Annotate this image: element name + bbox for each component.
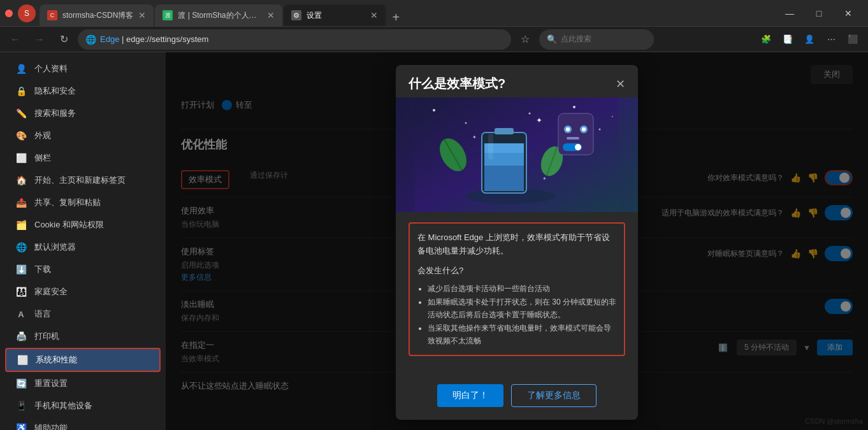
sidepanel-icon: ⬜ [15,152,27,164]
sidebar-item-reset[interactable]: 🔄 重置设置 [5,373,161,394]
modal-illustration: ✦ ✦ ✦ [396,97,638,212]
profile-avatar[interactable]: S [18,4,36,22]
svg-text:✦: ✦ [472,134,477,140]
address-brand: Edge [100,34,119,44]
tab-icon-blog: 渡 [163,10,173,20]
window-controls [5,10,13,17]
sidebar-item-accessibility[interactable]: ♿ 辅助功能 [5,417,161,430]
maximize-button[interactable]: □ [804,3,834,24]
cookies-icon: 🗂️ [15,219,27,231]
tab-csdn[interactable]: C stormsha-CSDN博客 ✕ [40,4,154,26]
accessibility-icon: ♿ [15,422,27,430]
startup-icon: 🏠 [15,175,27,186]
svg-point-25 [575,144,581,150]
tab-icon-settings: ⚙ [291,10,301,20]
tab-label-settings: 设置 [307,10,365,21]
toolbar-icons: 🧩 📑 👤 ⋯ ⬛ [756,29,863,50]
minimize-button[interactable]: — [775,3,804,24]
sidebar-item-mobile[interactable]: 📱 手机和其他设备 [5,395,161,417]
refresh-button[interactable]: ↻ [54,29,74,50]
printer-icon: 🖨️ [15,331,27,342]
modal-close-button[interactable]: ✕ [616,77,625,91]
svg-point-4 [599,129,601,131]
address-separator: | [122,34,126,44]
sidebar-item-sidepanel[interactable]: ⬜ 侧栏 [5,147,161,169]
tab-close-csdn[interactable]: ✕ [138,10,146,20]
back-button[interactable]: ← [5,29,25,50]
mobile-icon: 📱 [15,400,27,412]
share-icon: 📤 [15,197,27,208]
ok-button[interactable]: 明白了！ [437,384,503,407]
sidebar-label-system: 系统和性能 [36,354,77,366]
sidebar-item-default-browser[interactable]: 🌐 默认浏览器 [5,236,161,258]
new-tab-button[interactable]: + [387,8,405,26]
window-close-button[interactable]: ✕ [834,3,863,24]
tab-label-csdn: stormsha-CSDN博客 [62,10,133,21]
sidebar-label-search: 搜索和服务 [34,108,76,119]
modal-intro-text: 在 Microsoft Edge 上浏览时，效率模式有助于节省设备电池电量并减少… [417,231,616,347]
svg-point-5 [612,116,613,117]
modal-bullets-list: 减少后台选项卡活动和一些前台活动 如果睡眠选项卡处于打开状态，则在 30 分钟或… [417,282,616,347]
settings-more-icon[interactable]: ⋯ [821,29,841,50]
svg-text:✦: ✦ [542,176,547,182]
modal-actions: 明白了！ 了解更多信息 [396,376,638,420]
svg-rect-23 [567,137,579,140]
svg-point-3 [573,106,575,108]
sidebar-toggle-icon[interactable]: ⬛ [843,29,863,50]
svg-rect-10 [484,164,524,191]
sidebar-item-cookies[interactable]: 🗂️ Cookie 和网站权限 [5,214,161,236]
modal-svg-illustration: ✦ ✦ ✦ [415,97,619,212]
star-button[interactable]: ☆ [515,29,535,50]
search-box[interactable]: 🔍 点此搜索 [539,29,654,50]
win-close-btn[interactable] [5,10,13,17]
tab-label-blog: 渡 | StormSha的个人博客 [178,10,262,21]
edge-logo-icon: 🌐 [85,34,96,45]
content-area: 关闭 打开计划 转至 优化性能 效率模式 通过保存计 [166,52,868,430]
collections-icon[interactable]: 📑 [778,29,798,50]
downloads-icon: ⬇️ [15,264,27,275]
main-layout: 👤 个人资料 🔒 隐私和安全 ✏️ 搜索和服务 🎨 外观 ⬜ 侧栏 🏠 开始、主… [0,52,868,430]
sidebar-item-system[interactable]: ⬜ 系统和性能 [5,348,161,372]
address-bar[interactable]: 🌐 Edge | edge://settings/system [78,29,511,50]
sidebar-item-downloads[interactable]: ⬇️ 下载 [5,259,161,280]
modal-title: 什么是效率模式? [409,75,505,92]
sidebar-item-share[interactable]: 📤 共享、复制和粘贴 [5,192,161,213]
sidebar-item-family[interactable]: 👨‍👩‍👧 家庭安全 [5,281,161,303]
svg-text:✦: ✦ [536,116,542,125]
user-icon[interactable]: 👤 [799,29,820,50]
tab-close-settings[interactable]: ✕ [370,10,378,20]
bullet-item-3: 当采取其他操作来节省电池电量时，效率模式可能会导致视频不太流畅 [428,322,616,348]
tab-blog[interactable]: 渡 渡 | StormSha的个人博客 ✕ [155,4,282,26]
family-icon: 👨‍👩‍👧 [15,286,27,297]
appearance-icon: 🎨 [15,130,27,141]
sidebar-label-sidepanel: 侧栏 [34,152,51,164]
forward-button[interactable]: → [29,29,50,50]
reset-icon: 🔄 [15,378,27,389]
svg-point-21 [566,127,570,131]
search-services-icon: ✏️ [15,108,27,119]
window-buttons: — □ ✕ [775,3,863,24]
sidebar-item-profile[interactable]: 👤 个人资料 [5,58,161,80]
sidebar-label-cookies: Cookie 和网站权限 [34,219,104,231]
privacy-icon: 🔒 [15,85,27,97]
sidebar-item-printer[interactable]: 🖨️ 打印机 [5,326,161,347]
sidebar-label-mobile: 手机和其他设备 [34,400,92,412]
sidebar-item-search[interactable]: ✏️ 搜索和服务 [5,103,161,124]
sidebar-label-default-browser: 默认浏览器 [34,241,76,253]
sidebar-label-accessibility: 辅助功能 [34,422,68,430]
sidebar-label-printer: 打印机 [34,331,59,342]
learn-more-button[interactable]: 了解更多信息 [511,384,597,407]
sidebar-item-appearance[interactable]: 🎨 外观 [5,125,161,147]
tab-close-blog[interactable]: ✕ [267,10,275,20]
sidebar-item-language[interactable]: A 语言 [5,303,161,325]
extensions-icon[interactable]: 🧩 [756,29,776,50]
sidebar-item-privacy[interactable]: 🔒 隐私和安全 [5,80,161,102]
tab-settings[interactable]: ⚙ 设置 ✕ [284,4,386,26]
address-bar-row: ← → ↻ 🌐 Edge | edge://settings/system ☆ … [0,27,868,52]
search-placeholder: 点此搜索 [561,34,591,45]
sidebar-item-startup[interactable]: 🏠 开始、主页和新建标签页 [5,169,161,191]
sidebar: 👤 个人资料 🔒 隐私和安全 ✏️ 搜索和服务 🎨 外观 ⬜ 侧栏 🏠 开始、主… [0,52,166,430]
modal-info-box: 在 Microsoft Edge 上浏览时，效率模式有助于节省设备电池电量并减少… [409,222,625,356]
default-browser-icon: 🌐 [15,241,27,253]
modal-header: 什么是效率模式? ✕ [396,65,638,97]
